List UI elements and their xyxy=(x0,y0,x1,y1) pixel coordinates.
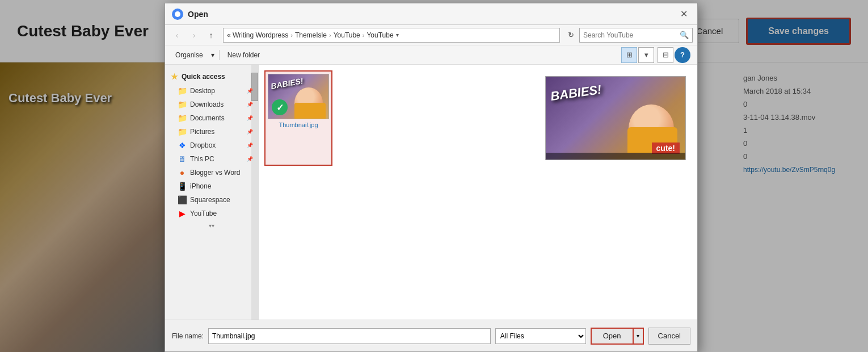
desktop-pin-icon: 📌 xyxy=(247,88,252,94)
baby-body xyxy=(294,103,326,119)
sidebar-item-desktop-label: Desktop xyxy=(190,87,215,95)
address-sep-1: › xyxy=(290,32,293,39)
view-dropdown-button[interactable]: ▾ xyxy=(638,47,654,63)
pictures-pin-icon: 📌 xyxy=(247,129,252,135)
youtube-icon: ▶ xyxy=(178,209,187,218)
address-crumb-2: ThemeIsle xyxy=(295,31,327,39)
dialog-body: ★ Quick access 📁 Desktop 📌 📁 Downloads 📌… xyxy=(165,65,697,320)
address-sep-2: › xyxy=(329,32,331,39)
sidebar-item-squarespace[interactable]: ⬛ Squarespace xyxy=(165,193,258,207)
desktop-folder-icon: 📁 xyxy=(178,86,187,95)
organise-dropdown-icon: ▾ xyxy=(211,51,214,59)
dialog-actions-toolbar: Organise ▾ New folder ⊞ ▾ ⊟ ? xyxy=(165,45,697,65)
up-button[interactable]: ↑ xyxy=(204,28,218,43)
sidebar-item-thispc-label: This PC xyxy=(190,155,214,163)
address-crumb-4: YouTube xyxy=(366,31,393,39)
open-button[interactable]: Open xyxy=(591,328,633,345)
sidebar-item-squarespace-label: Squarespace xyxy=(190,196,230,204)
documents-pin-icon: 📌 xyxy=(247,115,252,121)
address-bar[interactable]: « Writing Wordpress › ThemeIsle › YouTub… xyxy=(223,28,560,43)
address-crumb-1: « Writing Wordpress xyxy=(227,31,288,39)
file-name-footer-label: File name: xyxy=(172,332,204,340)
forward-button[interactable]: › xyxy=(187,28,201,43)
quick-access-label: Quick access xyxy=(182,73,225,81)
sidebar-item-dropbox[interactable]: ❖ Dropbox 📌 xyxy=(165,139,258,152)
address-crumb-3: YouTube xyxy=(334,31,360,39)
sidebar-item-youtube[interactable]: ▶ YouTube xyxy=(165,207,258,220)
thispc-pin-icon: 📌 xyxy=(247,156,252,162)
search-submit-button[interactable]: 🔍 xyxy=(680,31,689,39)
sidebar-item-documents[interactable]: 📁 Documents 📌 xyxy=(165,111,258,125)
sidebar-item-pictures-label: Pictures xyxy=(190,128,214,136)
pictures-folder-icon: 📁 xyxy=(178,127,187,136)
dropbox-pin-icon: 📌 xyxy=(247,143,252,148)
help-button[interactable]: ? xyxy=(675,47,690,63)
large-preview-bar xyxy=(546,153,685,160)
sidebar-item-iphone-label: iPhone xyxy=(190,182,211,190)
squarespace-icon: ⬛ xyxy=(178,195,187,204)
file-name-label: Thumbnail.jpg xyxy=(279,121,318,128)
downloads-folder-icon: 📁 xyxy=(178,100,187,109)
search-bar: 🔍 xyxy=(579,28,693,43)
selected-checkmark: ✓ xyxy=(272,99,288,115)
sidebar-item-dropbox-label: Dropbox xyxy=(190,141,216,149)
search-input[interactable] xyxy=(583,31,680,39)
toolbar-separator-1 xyxy=(219,50,220,60)
downloads-pin-icon: 📌 xyxy=(247,102,252,107)
chrome-icon xyxy=(172,9,183,20)
large-babies-text: BABIES! xyxy=(550,82,602,104)
address-dropdown-icon[interactable]: ▾ xyxy=(396,32,399,38)
sidebar-item-documents-label: Documents xyxy=(190,114,225,122)
sidebar-item-thispc[interactable]: 🖥 This PC 📌 xyxy=(165,152,258,166)
thumb-babies-text: BABIES! xyxy=(270,76,304,91)
open-file-dialog: Open ✕ ‹ › ↑ « Writing Wordpress › Theme… xyxy=(165,3,698,352)
dialog-cancel-button[interactable]: Cancel xyxy=(648,328,690,345)
documents-folder-icon: 📁 xyxy=(178,114,187,123)
dialog-title: Open xyxy=(188,10,677,19)
sidebar-item-youtube-label: YouTube xyxy=(190,209,217,217)
dialog-nav-toolbar: ‹ › ↑ « Writing Wordpress › ThemeIsle › … xyxy=(165,25,697,45)
back-button[interactable]: ‹ xyxy=(170,28,184,43)
dropbox-icon: ❖ xyxy=(178,141,187,150)
organise-button[interactable]: Organise xyxy=(172,50,207,60)
dialog-sidebar: ★ Quick access 📁 Desktop 📌 📁 Downloads 📌… xyxy=(165,65,259,320)
quick-access-section: ★ Quick access xyxy=(165,69,258,84)
filename-input[interactable] xyxy=(208,328,491,344)
sidebar-item-downloads-label: Downloads xyxy=(190,100,224,108)
dialog-close-button[interactable]: ✕ xyxy=(677,7,690,21)
blogger-icon: ● xyxy=(178,168,187,177)
dialog-titlebar: Open ✕ xyxy=(165,3,697,25)
sidebar-item-iphone[interactable]: 📱 iPhone xyxy=(165,179,258,193)
iphone-icon: 📱 xyxy=(178,182,187,191)
large-preview-label: cute! xyxy=(652,143,680,154)
filetype-select[interactable]: All Files JPEG Files PNG Files xyxy=(495,328,586,344)
sidebar-item-downloads[interactable]: 📁 Downloads 📌 xyxy=(165,98,258,111)
file-item-thumbnail[interactable]: BABIES! ✓ Thumbnail.jpg xyxy=(264,70,332,166)
view-medium-icons-button[interactable]: ⊞ xyxy=(621,47,637,63)
file-thumbnail-image: BABIES! ✓ xyxy=(268,74,329,119)
file-content-area: BABIES! ✓ Thumbnail.jpg BABIES! cute! xyxy=(259,65,697,320)
pc-icon: 🖥 xyxy=(178,154,187,164)
refresh-button[interactable]: ↻ xyxy=(564,29,577,41)
sidebar-item-blogger[interactable]: ● Blogger vs Word xyxy=(165,166,258,179)
open-button-group: Open ▾ xyxy=(591,328,644,345)
new-folder-button[interactable]: New folder xyxy=(224,50,263,60)
sidebar-item-blogger-label: Blogger vs Word xyxy=(190,169,240,177)
open-dropdown-button[interactable]: ▾ xyxy=(633,328,644,345)
dialog-footer: File name: All Files JPEG Files PNG File… xyxy=(165,320,697,351)
sidebar-item-pictures[interactable]: 📁 Pictures 📌 xyxy=(165,125,258,139)
address-sep-3: › xyxy=(363,32,365,39)
sidebar-item-desktop[interactable]: 📁 Desktop 📌 xyxy=(165,84,258,98)
quick-access-star-icon: ★ xyxy=(171,72,178,81)
view-list-button[interactable]: ⊟ xyxy=(658,47,673,63)
large-preview-container: BABIES! cute! xyxy=(540,70,692,166)
view-buttons: ⊞ ▾ ⊟ ? xyxy=(621,47,690,63)
sidebar-scroll-down-indicator: ▾▾ xyxy=(165,220,258,231)
large-preview-image: BABIES! cute! xyxy=(545,76,686,160)
